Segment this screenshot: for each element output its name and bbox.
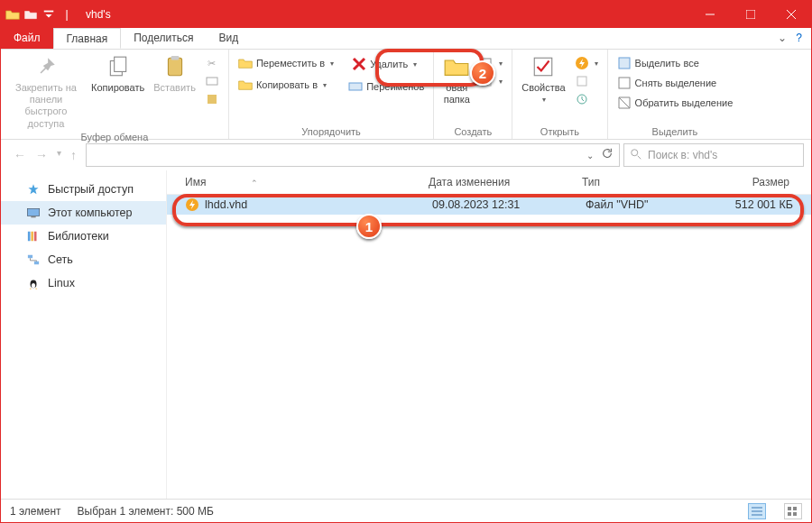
forward-button[interactable]: → — [35, 148, 48, 162]
qat-dropdown-icon[interactable] — [41, 6, 57, 23]
help-icon[interactable]: ? — [796, 32, 802, 44]
view-icons-button[interactable] — [784, 503, 802, 519]
copy-button[interactable]: Копировать — [88, 51, 148, 96]
new-folder-icon — [443, 53, 470, 80]
sidebar-item-network[interactable]: Сеть — [1, 248, 166, 271]
move-to-button[interactable]: Переместить в▾ — [235, 55, 337, 71]
col-type[interactable]: Тип — [582, 176, 708, 188]
edit-button[interactable] — [571, 73, 602, 89]
new-group-label: Создать — [439, 126, 506, 139]
svg-rect-6 — [207, 78, 217, 85]
window-controls — [689, 1, 811, 28]
search-box[interactable]: Поиск в: vhd's — [623, 143, 804, 167]
sidebar-item-libraries[interactable]: Библиотеки — [1, 225, 166, 248]
sidebar-item-quick-access[interactable]: Быстрый доступ — [1, 178, 166, 201]
minimize-button[interactable] — [689, 1, 730, 28]
history-button[interactable] — [571, 91, 602, 107]
paste-shortcut-button[interactable] — [201, 91, 223, 107]
svg-rect-28 — [788, 507, 791, 510]
paste-label: Вставить — [153, 82, 196, 94]
window-title: vhd's — [78, 8, 689, 21]
sort-caret-icon: ⌃ — [251, 179, 258, 188]
pin-quickaccess-button[interactable]: Закрепить на панели быстрого доступа — [6, 51, 86, 132]
copy-to-label: Копировать в — [256, 79, 318, 90]
properties-button[interactable]: Свойства ▾ — [518, 51, 568, 106]
divider: | — [59, 6, 75, 23]
folder-icon — [5, 6, 21, 23]
copy-path-button[interactable] — [201, 73, 223, 89]
select-none-icon — [617, 76, 632, 90]
ribbon-tabs: Файл Главная Поделиться Вид ⌄ ? — [1, 28, 811, 50]
svg-rect-19 — [31, 216, 35, 217]
delete-button[interactable]: Удалить▾ — [345, 55, 428, 73]
svg-rect-1 — [746, 10, 755, 19]
tab-share[interactable]: Поделиться — [121, 28, 206, 49]
close-button[interactable] — [770, 1, 811, 28]
pin-icon — [32, 53, 60, 80]
vhd-file-icon — [185, 197, 199, 212]
caret-icon: ▾ — [323, 81, 327, 89]
rename-label: Переименов — [366, 81, 424, 92]
sidebar-item-this-pc[interactable]: Этот компьютер — [1, 201, 166, 225]
svg-rect-29 — [793, 507, 797, 510]
folder-copy-icon — [238, 78, 253, 92]
svg-rect-15 — [619, 58, 630, 69]
recent-dropdown[interactable]: ▾ — [57, 148, 61, 162]
svg-rect-3 — [114, 57, 125, 71]
back-button[interactable]: ← — [14, 148, 26, 162]
view-details-button[interactable] — [748, 503, 766, 519]
col-name[interactable]: Имя⌃ — [185, 176, 429, 188]
edit-icon — [575, 74, 589, 88]
status-bar: 1 элемент Выбран 1 элемент: 500 МБ — [1, 499, 811, 522]
column-headers: Имя⌃ Дата изменения Тип Размер — [167, 170, 811, 195]
invert-selection-button[interactable]: Обратить выделение — [614, 95, 737, 111]
properties-icon[interactable] — [23, 6, 39, 23]
sidebar-label: Сеть — [48, 253, 73, 266]
caret-icon: ▾ — [413, 60, 417, 69]
svg-rect-13 — [577, 77, 586, 86]
file-date: 09.08.2023 12:31 — [432, 198, 586, 211]
select-all-button[interactable]: Выделить все — [614, 55, 737, 71]
nav-sidebar: Быстрый доступ Этот компьютер Библиотеки… — [1, 170, 167, 499]
tab-file[interactable]: Файл — [1, 28, 53, 49]
new-folder-button[interactable]: оваяпапка — [439, 51, 474, 107]
tab-view[interactable]: Вид — [206, 28, 251, 49]
ribbon-group-select: Выделить все Снять выделение Обратить вы… — [608, 50, 743, 139]
sidebar-label: Быстрый доступ — [48, 183, 134, 196]
svg-rect-4 — [168, 58, 181, 76]
address-dropdown-icon[interactable]: ⌄ — [586, 151, 594, 161]
open-group-label: Открыть — [518, 126, 601, 139]
paste-button[interactable]: Вставить — [150, 51, 199, 96]
status-item-count: 1 элемент — [10, 505, 61, 518]
svg-point-26 — [32, 283, 35, 288]
svg-rect-16 — [619, 78, 630, 88]
sidebar-label: Linux — [48, 277, 75, 289]
address-bar[interactable]: ⌄ — [86, 143, 620, 167]
select-none-button[interactable]: Снять выделение — [614, 75, 737, 91]
annotation-badge-1: 1 — [356, 214, 382, 239]
svg-rect-7 — [208, 95, 217, 104]
cut-button[interactable]: ✂ — [201, 55, 223, 71]
svg-rect-21 — [31, 232, 33, 242]
rename-icon — [348, 79, 363, 94]
file-row[interactable]: lhdd.vhd 09.08.2023 12:31 Файл "VHD" 512… — [167, 195, 811, 215]
col-size[interactable]: Размер — [708, 176, 807, 188]
col-date[interactable]: Дата изменения — [429, 176, 582, 188]
up-button[interactable]: ↑ — [70, 148, 77, 162]
sidebar-item-linux[interactable]: Linux — [1, 271, 166, 295]
search-placeholder: Поиск в: vhd's — [648, 149, 717, 161]
folder-move-icon — [238, 56, 253, 70]
star-icon — [26, 182, 41, 197]
maximize-button[interactable] — [730, 1, 770, 28]
open-button[interactable]: ▾ — [571, 55, 602, 71]
chevron-down-icon[interactable]: ⌄ — [778, 32, 787, 44]
copy-to-button[interactable]: Копировать в▾ — [235, 77, 337, 93]
select-group-label: Выделить — [614, 126, 737, 139]
search-icon — [630, 148, 642, 163]
scissors-icon: ✂ — [205, 56, 219, 70]
rename-button[interactable]: Переименов — [345, 78, 428, 95]
svg-rect-5 — [171, 56, 179, 60]
move-to-label: Переместить в — [256, 58, 325, 69]
tab-home[interactable]: Главная — [53, 28, 122, 49]
refresh-icon[interactable] — [601, 147, 614, 163]
